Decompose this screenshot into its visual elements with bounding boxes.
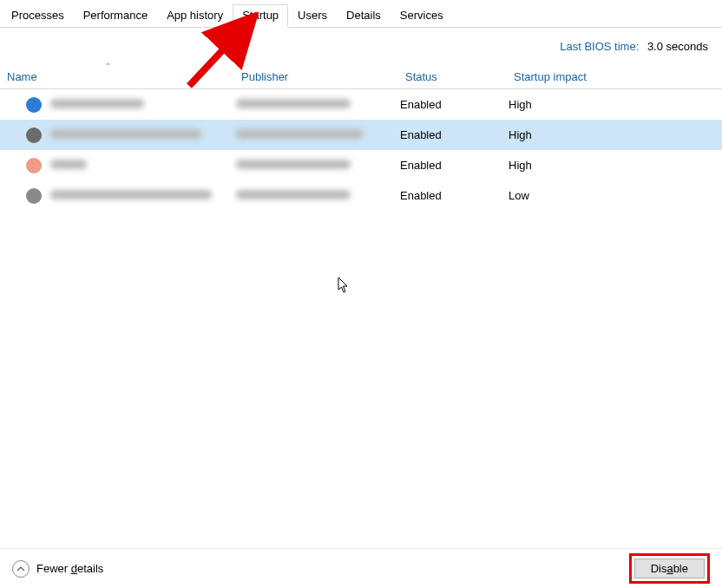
cell-status: Enabled <box>400 189 509 202</box>
bios-time-label: Last BIOS time: <box>560 40 639 53</box>
tab-bar: ProcessesPerformanceApp historyStartupUs… <box>0 0 722 28</box>
tab-performance[interactable]: Performance <box>74 4 157 28</box>
app-icon <box>26 158 42 173</box>
cell-impact: High <box>509 98 613 111</box>
bios-time-line: Last BIOS time: 3.0 seconds <box>0 28 722 58</box>
footer-bar: Fewer details Disable <box>0 548 722 588</box>
tab-startup[interactable]: Startup <box>233 4 288 28</box>
cell-status: Enabled <box>400 128 509 141</box>
tab-details[interactable]: Details <box>337 4 391 28</box>
column-headers: ⌃ Name Publisher Status Startup impact <box>0 58 722 89</box>
fewer-details-label: Fewer details <box>36 562 103 575</box>
column-header-impact[interactable]: Startup impact <box>509 70 613 83</box>
table-row[interactable]: EnabledHigh <box>0 89 722 120</box>
cell-impact: High <box>509 159 613 172</box>
cell-impact: Low <box>509 189 613 202</box>
chevron-up-icon <box>12 560 30 578</box>
disable-button-highlight: Disable <box>629 553 710 584</box>
app-icon <box>26 188 42 204</box>
cell-status: Enabled <box>400 159 509 172</box>
app-icon <box>26 97 42 113</box>
table-row[interactable]: EnabledHigh <box>0 120 722 150</box>
column-header-status[interactable]: Status <box>400 70 509 83</box>
bios-time-value: 3.0 seconds <box>647 40 708 53</box>
cell-name <box>50 159 236 172</box>
cell-publisher <box>236 189 400 202</box>
app-icon <box>26 127 42 143</box>
tab-app-history[interactable]: App history <box>157 4 233 28</box>
cell-impact: High <box>509 128 613 141</box>
cell-name <box>50 189 236 202</box>
cell-name <box>50 128 236 141</box>
tab-services[interactable]: Services <box>391 4 453 28</box>
mouse-cursor-icon <box>338 277 351 294</box>
table-row[interactable]: EnabledHigh <box>0 150 722 180</box>
disable-button[interactable]: Disable <box>634 559 705 578</box>
fewer-details-button[interactable]: Fewer details <box>12 560 103 578</box>
tab-users[interactable]: Users <box>288 4 337 28</box>
cell-publisher <box>236 159 400 172</box>
cell-publisher <box>236 98 400 111</box>
startup-list: EnabledHighEnabledHighEnabledHighEnabled… <box>0 89 722 211</box>
column-header-name-label: Name <box>7 70 37 83</box>
cell-publisher <box>236 128 400 141</box>
column-header-name[interactable]: ⌃ Name <box>0 70 236 83</box>
column-header-publisher[interactable]: Publisher <box>236 70 400 83</box>
sort-chevron-icon: ⌃ <box>104 62 111 71</box>
cell-name <box>50 98 236 111</box>
column-header-impact-label: Startup impact <box>514 70 587 83</box>
tab-processes[interactable]: Processes <box>2 4 74 28</box>
table-row[interactable]: EnabledLow <box>0 180 722 211</box>
cell-status: Enabled <box>400 98 509 111</box>
column-header-status-label: Status <box>405 70 437 83</box>
column-header-publisher-label: Publisher <box>241 70 288 83</box>
